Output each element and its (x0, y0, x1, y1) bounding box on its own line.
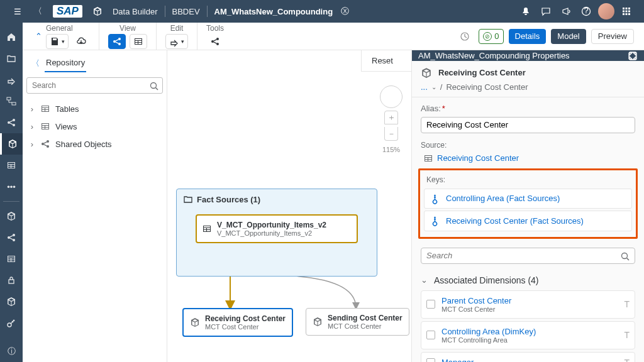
search-icon (149, 80, 159, 91)
props-breadcrumb-leaf: Receiving Cost Center (446, 82, 528, 92)
save-button[interactable]: ▾ (46, 34, 69, 49)
keys-label: Keys: (424, 174, 632, 187)
rail-icon[interactable] (0, 248, 23, 270)
assoc-dim-row: Controlling Area (DimKey)MCT Controlling… (421, 321, 635, 349)
sap-logo: SAP (53, 5, 82, 18)
notification-icon[interactable] (516, 1, 536, 21)
rail-home-icon[interactable] (0, 26, 23, 48)
dim-node-receiving[interactable]: Receiving Cost Center MCT Cost Center (182, 308, 293, 337)
feedback-icon[interactable] (536, 1, 556, 21)
close-tab-icon[interactable]: ⓧ (338, 1, 352, 21)
alias-label: Alias: (421, 104, 441, 113)
deploy-button[interactable] (72, 34, 90, 49)
fact-group-title: Fact Sources (1) (197, 195, 260, 204)
zoom-level: 115% (382, 146, 400, 153)
apps-grid-icon[interactable] (616, 1, 636, 21)
rail-icon[interactable] (0, 227, 23, 248)
assoc-name-link[interactable]: Controlling Area (DimKey) (441, 327, 618, 336)
model-canvas[interactable]: Reset ＋ － 115% Fact Sources (1) (167, 50, 411, 362)
avatar[interactable] (596, 1, 616, 21)
source-label: Source: (421, 141, 635, 150)
repository-tab[interactable]: Repository (45, 54, 86, 72)
assoc-name-link[interactable]: Parent Cost Center (441, 296, 618, 305)
help-icon[interactable] (576, 1, 596, 21)
group-label: View (119, 24, 136, 33)
group-label: General (46, 24, 73, 33)
key-item[interactable]: Controlling Area (Fact Sources) (424, 189, 632, 209)
rail-more-icon[interactable]: ••• (0, 176, 23, 197)
zoom-controls: ＋ － 115% (380, 85, 402, 153)
status-pill[interactable]: ⊘0 (479, 29, 503, 44)
rail-data-builder-icon[interactable] (0, 133, 23, 155)
properties-header: AM_WhatsNew_Compounding Properties (418, 51, 570, 60)
repository-panel: 〈 Repository ›Tables ›Views ›Shared Obje… (23, 50, 167, 362)
graph-view-button[interactable] (108, 34, 126, 49)
group-label: Tools (206, 24, 224, 33)
collapse-toolbar-icon[interactable]: ⌃ (35, 31, 42, 41)
grid-view-button[interactable] (130, 34, 147, 49)
product-switch-icon[interactable] (87, 1, 108, 21)
history-icon[interactable] (456, 29, 474, 44)
rail-icon[interactable] (0, 291, 23, 312)
dim-node-title: Receiving Cost Center (205, 314, 286, 323)
rail-icon[interactable] (0, 155, 23, 176)
announce-icon[interactable] (556, 1, 576, 21)
props-search-input[interactable] (421, 248, 635, 264)
group-label: Edit (170, 24, 184, 33)
entity-title: Receiving Cost Center (438, 68, 526, 77)
type-icon: T (624, 299, 630, 309)
tools-button[interactable] (206, 34, 224, 49)
row-checkbox[interactable] (426, 331, 435, 339)
editor-toolbar: ⌃ General ▾ View Edit ▾ Tools (23, 23, 644, 50)
model-button[interactable]: Model (551, 29, 586, 44)
assoc-dim-row: Manager T (421, 352, 635, 362)
tree-item-tables[interactable]: ›Tables (25, 100, 164, 118)
rail-icon[interactable] (0, 90, 23, 112)
repo-search-input[interactable] (26, 77, 163, 94)
type-icon: T (624, 330, 630, 340)
rail-icon[interactable] (0, 206, 23, 227)
reset-view-button[interactable]: Reset (361, 50, 411, 72)
row-checkbox[interactable] (426, 300, 435, 309)
tree-item-views[interactable]: ›Views (25, 118, 164, 135)
props-breadcrumb-root[interactable]: ... (421, 82, 428, 92)
zoom-out-button[interactable]: － (384, 127, 398, 141)
rail-icon[interactable] (0, 112, 23, 133)
assoc-name-link[interactable]: Manager (441, 358, 618, 362)
rail-icon[interactable] (0, 312, 23, 334)
fact-sources-group[interactable]: Fact Sources (1) V_MCT_Opportunity_Items… (176, 189, 377, 277)
rail-lock-icon[interactable] (0, 270, 23, 291)
source-link[interactable]: Receiving Cost Center (421, 153, 635, 163)
rail-icon[interactable] (0, 48, 23, 69)
details-button[interactable]: Details (509, 29, 547, 44)
zoom-in-button[interactable]: ＋ (384, 111, 398, 124)
expand-panel-icon[interactable] (628, 50, 638, 61)
search-icon (620, 251, 630, 262)
dim-node-sending[interactable]: Sending Cost Center MCT Cost Center (306, 308, 409, 336)
back-button[interactable]: 〈 (28, 1, 48, 21)
breadcrumb-item[interactable]: AM_WhatsNew_Compounding (209, 4, 338, 19)
edit-menu-button[interactable]: ▾ (165, 34, 188, 49)
row-checkbox[interactable] (426, 358, 435, 362)
alias-input[interactable] (421, 117, 635, 133)
dim-node-subtitle: MCT Cost Center (328, 322, 402, 330)
assoc-dim-row: Parent Cost CenterMCT Cost Center T (421, 290, 635, 319)
properties-panel: AM_WhatsNew_Compounding Properties Recei… (411, 50, 644, 362)
collapse-section-icon[interactable]: ⌄ (421, 275, 428, 285)
shellbar: ☰ 〈 SAP Data Builder BBDEV AM_WhatsNew_C… (0, 0, 644, 23)
tree-item-shared[interactable]: ›Shared Objects (25, 135, 164, 153)
menu-icon[interactable]: ☰ (8, 1, 28, 21)
collapse-repo-icon[interactable]: 〈 (31, 58, 40, 69)
breadcrumb-item[interactable]: BBDEV (167, 4, 205, 19)
rail-info-icon[interactable]: ⓘ (0, 341, 23, 362)
key-item[interactable]: Receiving Cost Center (Fact Sources) (424, 211, 632, 231)
rail-icon[interactable] (0, 69, 23, 90)
breadcrumb-item[interactable]: Data Builder (108, 4, 163, 19)
fact-node[interactable]: V_MCT_Opportunity_Items_v2 V_MCT_Opportu… (196, 214, 358, 243)
type-icon: T (624, 358, 630, 362)
keys-highlight-box: Keys: Controlling Area (Fact Sources) Re… (418, 168, 638, 239)
pan-control[interactable] (380, 85, 402, 108)
preview-button[interactable]: Preview (591, 29, 634, 44)
fact-node-subtitle: V_MCT_Opportunity_Items_v2 (217, 229, 326, 237)
assoc-dim-header: Associated Dimensions (4) (434, 275, 539, 285)
